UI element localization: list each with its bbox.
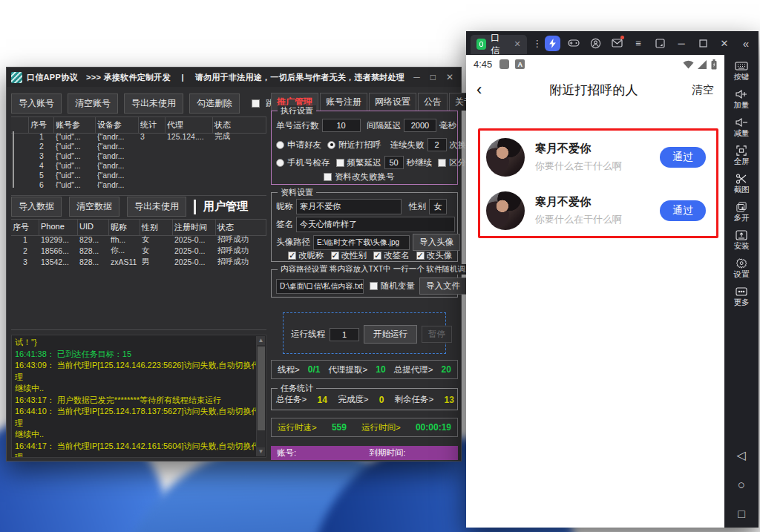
- clear-accounts-button[interactable]: 清空账号: [68, 93, 118, 114]
- fail-input[interactable]: 2: [428, 138, 447, 151]
- main-title-bar[interactable]: 口信APP协议 >>> 承接软件定制开发 | 请勿用于非法用途，一切后果与作者无…: [7, 68, 461, 87]
- sidebar-fullscreen[interactable]: 全屏: [724, 145, 759, 167]
- apply-friend-radio[interactable]: [276, 141, 284, 149]
- row-checkbox[interactable]: [13, 151, 14, 161]
- emulator-tab[interactable]: 口信 ✕: [471, 35, 527, 54]
- change-sign-checkbox[interactable]: [373, 252, 381, 260]
- user-table-body[interactable]: 119299...829...ffh...女2025-0...招呼成功 2185…: [11, 234, 266, 330]
- tab-announce[interactable]: 公告: [418, 93, 448, 111]
- row-checkbox[interactable]: [13, 170, 14, 180]
- import-file-button[interactable]: 导入文件: [419, 278, 467, 295]
- sidebar-settings[interactable]: 设置: [724, 258, 759, 280]
- skip-used-checkbox[interactable]: [252, 99, 260, 108]
- row-checkbox[interactable]: [13, 131, 14, 142]
- avatar[interactable]: [486, 191, 525, 230]
- import-avatar-button[interactable]: 导入头像: [413, 234, 460, 251]
- thread-count-input[interactable]: 1: [330, 328, 359, 341]
- maximize-button[interactable]: □: [430, 72, 436, 82]
- emu-minimize-button[interactable]: ─: [673, 35, 689, 51]
- freq-delay-checkbox[interactable]: [336, 159, 344, 167]
- total-proxy-label: 总提代理>: [394, 364, 433, 375]
- content-path-input[interactable]: D:\桌面\口信\私信内容.txt: [276, 279, 364, 294]
- gender-label: 性别: [409, 201, 426, 212]
- sidebar-multi-instance[interactable]: 多开: [724, 202, 759, 223]
- group-title: 任务统计: [278, 383, 316, 394]
- emu-close-button[interactable]: ✕: [716, 35, 733, 51]
- greet-list-item[interactable]: 寒月不爱你 你要什么在干什么啊 通过: [486, 190, 710, 231]
- nickname-label: 昵称: [276, 201, 293, 212]
- delay-input[interactable]: 2000: [404, 119, 436, 132]
- tab-register[interactable]: 账号注册: [320, 93, 367, 111]
- sidebar-apk-install[interactable]: 安装: [724, 230, 759, 252]
- emulator-title-bar[interactable]: 口信 ✕ ⋮ ≡ ─: [466, 31, 759, 55]
- task-stats-group: 任务统计 总任务> 14 完成度> 0 剩余任务> 13: [271, 388, 458, 410]
- start-run-button[interactable]: 开始运行: [364, 325, 417, 344]
- avatar-path-input[interactable]: E:\临时文件下载\头像.jpg: [313, 235, 410, 250]
- log-panel[interactable]: 试！"} 16:41:38： 已到达任务目标：15 16:43:09： 当前代理…: [11, 335, 266, 458]
- scroll-up-icon[interactable]: ▲: [257, 336, 265, 345]
- nearby-greet-radio[interactable]: [327, 141, 335, 149]
- close-button[interactable]: ✕: [446, 72, 453, 82]
- sidebar-screenshot[interactable]: 截图: [724, 174, 759, 195]
- back-icon[interactable]: ‹: [476, 80, 496, 99]
- popout-icon[interactable]: [652, 35, 668, 51]
- sidebar-keyboard[interactable]: 按键: [724, 61, 759, 82]
- gender-filter-checkbox[interactable]: [438, 159, 446, 167]
- android-home-button[interactable]: ○: [724, 478, 759, 493]
- pause-button[interactable]: 暂停: [422, 326, 452, 343]
- single-run-input[interactable]: 10: [322, 119, 361, 132]
- freq-delay-input[interactable]: 50: [384, 156, 404, 169]
- emu-maximize-button[interactable]: [695, 35, 711, 51]
- account-icon[interactable]: [587, 35, 603, 51]
- phone-check-radio[interactable]: [276, 159, 284, 167]
- import-data-button[interactable]: 导入数据: [11, 197, 62, 217]
- exec-settings-group: 执行设置 单号运行数 10 间隔延迟 2000 毫秒 申请好友 附近打招呼 连续…: [271, 111, 458, 185]
- tab-network[interactable]: 网络设置: [369, 93, 416, 111]
- random-var-checkbox[interactable]: [370, 282, 378, 290]
- android-back-button[interactable]: ◁: [724, 448, 759, 462]
- sidebar-more[interactable]: 更多: [724, 286, 759, 308]
- sidebar-volume-down[interactable]: 减量: [724, 117, 759, 139]
- row-checkbox[interactable]: [13, 160, 14, 171]
- change-gender-checkbox[interactable]: [331, 252, 339, 260]
- sidebar-volume-up[interactable]: 加量: [724, 89, 759, 111]
- thread-stat-value: 0/1: [308, 364, 321, 375]
- tab-menu-icon[interactable]: ⋮: [530, 35, 545, 51]
- row-checkbox[interactable]: [13, 141, 14, 151]
- clear-all-button[interactable]: 清空: [692, 83, 714, 97]
- user-management-label[interactable]: 用户管理: [203, 200, 248, 214]
- speed-stats-box: 运行时速> 559 运行时间> 00:00:19: [271, 418, 458, 437]
- signature-input[interactable]: 今天心情咋样了: [296, 217, 455, 232]
- boost-icon[interactable]: [545, 36, 560, 51]
- battery-icon: [711, 59, 717, 70]
- log-scrollbar[interactable]: ▲ ▼: [256, 336, 265, 456]
- export-unused-button[interactable]: 导出未使用: [124, 93, 183, 114]
- profile-fail-checkbox[interactable]: [324, 173, 332, 181]
- scroll-down-icon[interactable]: ▼: [257, 447, 265, 456]
- export-unused-data-button[interactable]: 导出未使用: [127, 197, 186, 217]
- accept-button[interactable]: 通过: [660, 200, 706, 221]
- message-icon[interactable]: [609, 35, 625, 51]
- done-value: 0: [379, 395, 384, 405]
- android-recents-button[interactable]: □: [724, 508, 759, 521]
- gender-input[interactable]: 女: [429, 199, 447, 214]
- delete-checked-button[interactable]: 勾选删除: [189, 93, 240, 114]
- nickname-input[interactable]: 寒月不爱你: [296, 199, 402, 214]
- import-accounts-button[interactable]: 导入账号: [11, 93, 62, 114]
- minimize-button[interactable]: ─: [413, 72, 420, 82]
- account-table-body[interactable]: 1{"uid"...{"andr...3125.124....完成 2{"uid…: [11, 131, 266, 188]
- row-checkbox[interactable]: [13, 180, 14, 188]
- change-nick-checkbox[interactable]: [288, 252, 296, 260]
- scroll-thumb[interactable]: [258, 347, 265, 430]
- collapse-sidebar-icon[interactable]: «: [738, 35, 754, 51]
- greet-list-item[interactable]: 寒月不爱你 你要什么在干什么啊 通过: [486, 137, 710, 178]
- accept-button[interactable]: 通过: [660, 147, 706, 168]
- gamepad-icon[interactable]: [566, 35, 582, 51]
- app-logo-icon: [11, 72, 22, 83]
- menu-icon[interactable]: ≡: [630, 35, 646, 51]
- tab-close-icon[interactable]: ✕: [514, 39, 520, 49]
- delay-unit: 毫秒: [439, 120, 456, 131]
- clear-data-button[interactable]: 清空数据: [69, 197, 119, 217]
- change-avatar-checkbox[interactable]: [416, 252, 425, 260]
- avatar[interactable]: [486, 138, 525, 177]
